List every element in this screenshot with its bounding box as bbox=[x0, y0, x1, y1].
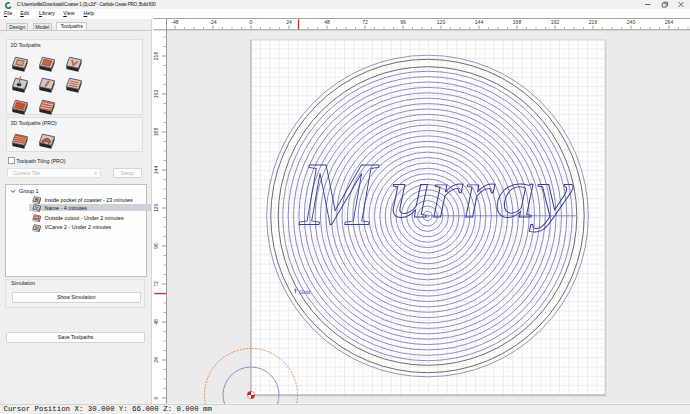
svg-text:-24: -24 bbox=[209, 19, 217, 25]
svg-text:120: 120 bbox=[437, 19, 446, 25]
svg-text:264: 264 bbox=[665, 19, 674, 25]
svg-text:urray: urray bbox=[389, 155, 574, 232]
svg-text:96: 96 bbox=[400, 19, 406, 25]
svg-text:Grid: Grid bbox=[299, 289, 310, 295]
svg-text:168: 168 bbox=[153, 128, 159, 137]
svg-text:240: 240 bbox=[627, 19, 636, 25]
svg-text:0: 0 bbox=[153, 396, 159, 399]
svg-text:96: 96 bbox=[153, 243, 159, 249]
svg-text:216: 216 bbox=[153, 52, 159, 61]
svg-text:168: 168 bbox=[513, 19, 522, 25]
svg-text:192: 192 bbox=[153, 90, 159, 99]
svg-text:-48: -48 bbox=[171, 19, 179, 25]
svg-text:216: 216 bbox=[589, 19, 598, 25]
svg-text:144: 144 bbox=[475, 19, 484, 25]
svg-text:144: 144 bbox=[153, 166, 159, 175]
svg-text:48: 48 bbox=[153, 319, 159, 325]
svg-text:24: 24 bbox=[153, 357, 159, 363]
svg-text:0: 0 bbox=[250, 19, 253, 25]
svg-text:72: 72 bbox=[362, 19, 368, 25]
svg-text:48: 48 bbox=[324, 19, 330, 25]
svg-text:M: M bbox=[298, 145, 380, 244]
svg-text:24: 24 bbox=[286, 19, 292, 25]
svg-text:192: 192 bbox=[551, 19, 560, 25]
svg-text:120: 120 bbox=[153, 204, 159, 213]
svg-text:72: 72 bbox=[153, 281, 159, 287]
